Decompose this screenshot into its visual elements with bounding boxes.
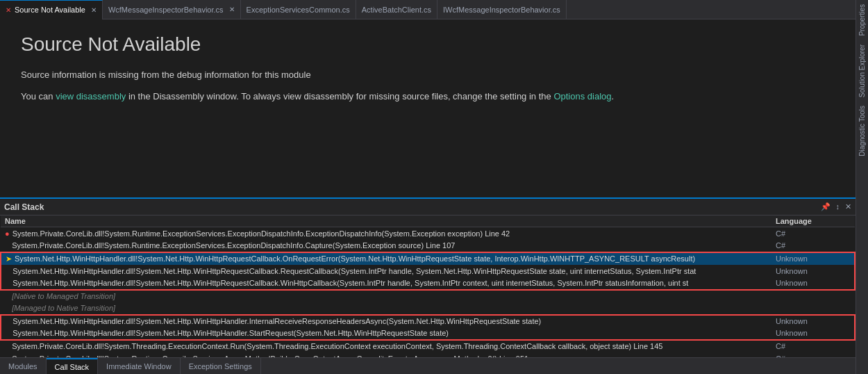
table-row[interactable]: ➤System.Net.Http.WinHttpHandler.dll!Syst… [1,252,855,265]
bottom-tabs: Modules Call Stack Immediate Window Exce… [0,357,856,374]
sidebar-diagnostic-tools[interactable]: Diagnostic Tools [857,101,867,161]
btab-exception-settings[interactable]: Exception Settings [181,358,261,375]
link-end-text: . [612,91,615,101]
tab-active-batch[interactable]: ActiveBatchClient.cs [356,0,437,19]
btab-immediate-window[interactable]: Immediate Window [98,358,181,375]
callstack-title: Call Stack [4,202,44,212]
tab-label: ActiveBatchClient.cs [362,6,431,14]
btab-label: Call Stack [55,363,90,371]
tab-bar: ✕ Source Not Available ✕ WcfMessageInspe… [0,0,856,19]
tab-label: WcfMessageInspectorBehavior.cs [108,6,224,14]
tab-label: Source Not Available [15,6,85,14]
close-icon[interactable]: ✕ [845,202,851,211]
sidebar-solution-explorer[interactable]: Solution Explorer [857,40,867,101]
btab-label: Immediate Window [106,362,172,371]
options-dialog-link[interactable]: Options dialog [553,91,611,101]
callstack-table[interactable]: Name Language ●System.Private.CoreLib.dl… [0,216,856,357]
error-icon: ✕ [6,6,11,14]
table-row[interactable]: System.Net.Http.WinHttpHandler.dll!Syste… [1,327,855,340]
callstack-toolbar: 📌 ↕ ✕ [821,202,852,211]
btab-modules[interactable]: Modules [0,358,47,375]
source-panel: Source Not Available Source information … [0,19,856,197]
tab-source-not-available[interactable]: ✕ Source Not Available ✕ [0,0,103,19]
page-title: Source Not Available [21,33,835,56]
btab-call-stack[interactable]: Call Stack [47,358,99,375]
table-row[interactable]: [Managed to Native Transition] [1,302,855,315]
btab-label: Modules [8,362,37,371]
tab-iwcf-message[interactable]: IWcfMessageInspectorBehavior.cs [437,0,567,19]
tab-close-btn[interactable]: ✕ [229,6,235,13]
btab-label: Exception Settings [189,362,252,371]
table-row[interactable]: System.Private.CoreLib.dll!System.Runtim… [1,352,855,358]
view-disassembly-link[interactable]: view disassembly [56,91,126,101]
right-sidebar: Properties Solution Explorer Diagnostic … [856,0,868,374]
table-row[interactable]: [Native to Managed Transition] [1,290,855,302]
source-link-line: You can view disassembly in the Disassem… [21,91,835,101]
link-pre-text: You can [21,91,56,101]
table-row[interactable]: System.Private.CoreLib.dll!System.Thread… [1,340,855,352]
table-row[interactable]: System.Private.CoreLib.dll!System.Runtim… [1,240,855,252]
link-mid-text: in the Disassembly window. To always vie… [126,91,553,101]
tab-close-btn[interactable]: ✕ [91,6,97,14]
tab-wcf-message[interactable]: WcfMessageInspectorBehavior.cs ✕ [103,0,241,19]
sidebar-properties[interactable]: Properties [857,0,867,40]
table-row[interactable]: System.Net.Http.WinHttpHandler.dll!Syste… [1,265,855,277]
expand-icon[interactable]: ↕ [836,202,840,211]
table-row[interactable]: ●System.Private.CoreLib.dll!System.Runti… [1,227,855,240]
source-description: Source information is missing from the d… [21,70,835,80]
col-header-language: Language [771,216,855,227]
table-row[interactable]: System.Net.Http.WinHttpHandler.dll!Syste… [1,315,855,327]
tab-exception-services[interactable]: ExceptionServicesCommon.cs [241,0,356,19]
col-header-name: Name [1,216,771,227]
callstack-panel: Call Stack 📌 ↕ ✕ Name Language ●System.P… [0,197,856,357]
tab-label: IWcfMessageInspectorBehavior.cs [443,6,560,14]
callstack-header: Call Stack 📌 ↕ ✕ [0,199,856,216]
tab-label: ExceptionServicesCommon.cs [247,6,350,14]
table-row[interactable]: System.Net.Http.WinHttpHandler.dll!Syste… [1,277,855,290]
pin-icon[interactable]: 📌 [821,202,831,211]
main-area: ✕ Source Not Available ✕ WcfMessageInspe… [0,0,856,374]
